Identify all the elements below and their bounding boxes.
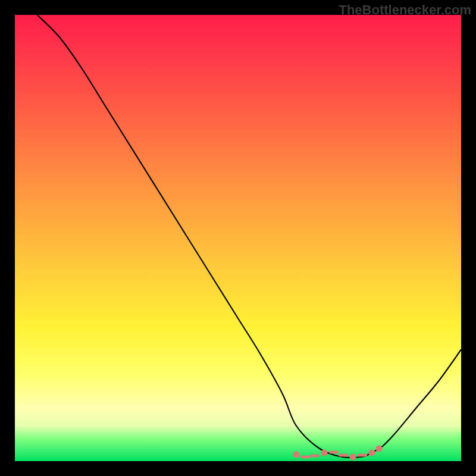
optimal-dot — [369, 449, 375, 456]
bottleneck-curve — [15, 15, 461, 461]
optimal-dash — [329, 451, 339, 454]
optimal-dash — [300, 455, 310, 458]
watermark: TheBottlenecker.com — [339, 2, 471, 18]
chart-area — [15, 15, 461, 461]
optimal-dot — [293, 452, 299, 458]
optimal-dot — [350, 453, 356, 460]
optimal-dash — [339, 453, 348, 456]
optimal-dash — [358, 454, 367, 457]
optimal-dot — [376, 446, 383, 452]
optimal-dash — [310, 455, 320, 458]
optimal-dot — [321, 450, 328, 456]
